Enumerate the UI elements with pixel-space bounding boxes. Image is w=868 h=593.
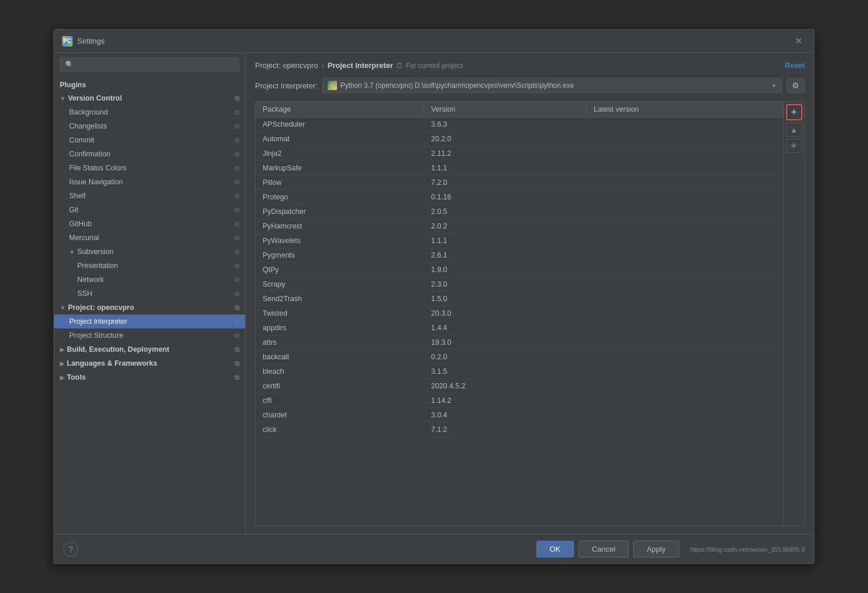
package-name: Twisted (256, 306, 424, 320)
reset-button[interactable]: Reset (785, 61, 805, 70)
table-row[interactable]: attrs 19.3.0 (256, 335, 783, 350)
package-name: appdirs (256, 321, 424, 335)
table-row[interactable]: certifi 2020.4.5.2 (256, 379, 783, 394)
table-row[interactable]: Send2Trash 1.5.0 (256, 292, 783, 306)
package-name: Pillow (256, 176, 424, 190)
sidebar-item-git[interactable]: Git ⧉ (54, 203, 245, 217)
breadcrumb: Project: opencvpro › Project Interpreter… (255, 61, 805, 70)
table-row[interactable]: Pillow 7.2.0 (256, 176, 783, 190)
package-name: backcall (256, 350, 424, 364)
ok-button[interactable]: OK (536, 541, 574, 558)
package-version: 3.1.5 (424, 365, 587, 378)
copy-icon: ⧉ (235, 220, 239, 228)
table-row[interactable]: backcall 0.2.0 (256, 350, 783, 365)
sidebar-item-project-structure[interactable]: Project Structure ⧉ (54, 328, 245, 342)
copy-icon: ⧉ (235, 248, 239, 256)
table-row[interactable]: PyWavelets 1.1.1 (256, 234, 783, 248)
copy-icon: ⧉ (235, 95, 239, 102)
scroll-up-button[interactable]: ▲ (786, 123, 802, 137)
search-box[interactable]: 🔍 (60, 58, 239, 72)
sidebar-item-presentation[interactable]: Presentation ⧉ (54, 259, 245, 273)
package-latest (587, 350, 783, 364)
copy-icon: ⧉ (235, 262, 239, 270)
sidebar-item-languages-frameworks[interactable]: ▶Languages & Frameworks ⧉ (54, 356, 245, 370)
search-input[interactable] (77, 60, 234, 69)
table-row[interactable]: click 7.1.2 (256, 423, 783, 437)
dialog-title: Settings (77, 37, 105, 45)
copy-icon: ⧉ (235, 178, 239, 186)
table-row[interactable]: PyDispatcher 2.0.5 (256, 205, 783, 219)
package-latest (587, 190, 783, 204)
sidebar-item-version-control[interactable]: ▼Version Control ⧉ (54, 91, 245, 105)
package-latest (587, 117, 783, 131)
table-row[interactable]: bleach 3.1.5 (256, 365, 783, 379)
table-row[interactable]: cffi 1.14.2 (256, 394, 783, 408)
sidebar-item-tools[interactable]: ▶Tools ⧉ (54, 370, 245, 384)
sidebar-item-network[interactable]: Network ⧉ (54, 273, 245, 287)
package-table: Package Version Latest version APSchedul… (256, 102, 783, 526)
sidebar-item-background[interactable]: Background ⧉ (54, 105, 245, 119)
package-name: attrs (256, 335, 424, 349)
apply-button[interactable]: Apply (633, 541, 679, 558)
package-latest (587, 161, 783, 175)
package-version: 1.5.0 (424, 292, 587, 306)
breadcrumb-tag: 🗒 For current project (396, 62, 462, 70)
table-row[interactable]: Jinja2 2.11.2 (256, 147, 783, 161)
add-package-button[interactable]: + (786, 104, 802, 120)
copy-icon: ⧉ (235, 318, 239, 326)
help-button[interactable]: ? (63, 542, 78, 557)
package-version: 2.11.2 (424, 147, 587, 160)
copy-icon: ⧉ (235, 290, 239, 298)
copy-icon: ⧉ (235, 346, 239, 353)
package-name: Scrapy (256, 277, 424, 291)
package-name: cffi (256, 394, 424, 408)
table-row[interactable]: appdirs 1.4.4 (256, 321, 783, 335)
table-row[interactable]: PyHamcrest 2.0.2 (256, 219, 783, 234)
sidebar-item-issue-navigation[interactable]: Issue Navigation ⧉ (54, 175, 245, 189)
table-row[interactable]: APScheduler 3.6.3 (256, 117, 783, 132)
sidebar-item-ssh[interactable]: SSH ⧉ (54, 287, 245, 301)
package-name: Automat (256, 132, 424, 146)
table-row[interactable]: chardet 3.0.4 (256, 408, 783, 423)
table-row[interactable]: Protego 0.1.16 (256, 190, 783, 205)
breadcrumb-current: Project Interpreter (328, 61, 393, 70)
package-version: 0.2.0 (424, 350, 587, 364)
table-row[interactable]: Automat 20.2.0 (256, 132, 783, 147)
table-row[interactable]: QtPy 1.9.0 (256, 263, 783, 277)
sidebar-item-mercurial[interactable]: Mercurial ⧉ (54, 231, 245, 245)
package-latest (587, 219, 783, 233)
sidebar-item-project-interpreter[interactable]: Project Interpreter ⧉ (54, 315, 245, 328)
sidebar-item-commit[interactable]: Commit ⧉ (54, 133, 245, 147)
package-version: 20.2.0 (424, 132, 587, 146)
sidebar-item-github[interactable]: GitHub ⧉ (54, 217, 245, 231)
package-name: MarkupSafe (256, 161, 424, 175)
sidebar-item-project-opencvpro[interactable]: ▼Project: opencvpro ⧉ (54, 301, 245, 315)
package-version: 2020.4.5.2 (424, 379, 587, 393)
sidebar-item-confirmation[interactable]: Confirmation ⧉ (54, 147, 245, 161)
table-row[interactable]: Scrapy 2.3.0 (256, 277, 783, 292)
copy-icon: ⧉ (235, 276, 239, 284)
sidebar-item-shelf[interactable]: Shelf ⧉ (54, 189, 245, 203)
plugins-label: Plugins (54, 76, 245, 91)
sidebar-item-file-status-colors[interactable]: File Status Colors ⧉ (54, 161, 245, 175)
sidebar-item-build-execution[interactable]: ▶Build, Execution, Deployment ⧉ (54, 342, 245, 356)
table-row[interactable]: Pygments 2.6.1 (256, 248, 783, 263)
package-version: 19.3.0 (424, 335, 587, 349)
sidebar-item-subversion[interactable]: ▼Subversion ⧉ (54, 245, 245, 259)
package-latest (587, 248, 783, 262)
copy-icon: ⧉ (235, 109, 239, 116)
gear-button[interactable]: ⚙ (787, 78, 805, 93)
package-latest (587, 205, 783, 219)
close-button[interactable]: ✕ (791, 34, 806, 48)
package-name: click (256, 423, 424, 437)
interpreter-select[interactable]: 🐍 Python 3.7 (opencvpro) D:\soft\pycharm… (322, 78, 782, 93)
eye-button[interactable]: 👁 (786, 139, 802, 153)
cancel-button[interactable]: Cancel (579, 541, 629, 558)
search-icon: 🔍 (65, 60, 74, 69)
table-header: Package Version Latest version (256, 102, 783, 117)
package-name: Send2Trash (256, 292, 424, 306)
sidebar-item-changelists[interactable]: Changelists ⧉ (54, 119, 245, 133)
table-row[interactable]: MarkupSafe 1.1.1 (256, 161, 783, 176)
dialog-footer: ? OK Cancel Apply https://blog.csdn.net/… (54, 534, 814, 563)
table-row[interactable]: Twisted 20.3.0 (256, 306, 783, 321)
